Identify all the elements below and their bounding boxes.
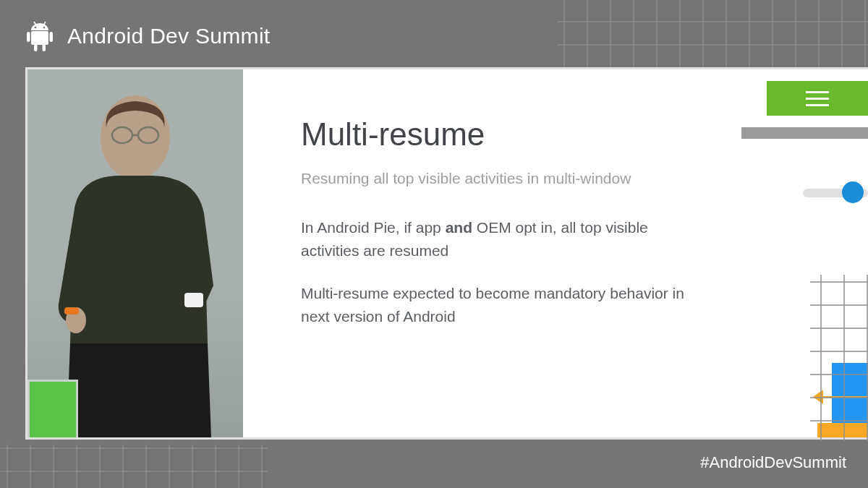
svg-rect-23 <box>50 32 54 42</box>
slide-body-2: Multi-resume expected to become mandator… <box>301 282 706 328</box>
android-logo-icon <box>25 20 54 52</box>
decoration-yellow-block <box>817 423 868 437</box>
arrow-line <box>817 396 868 398</box>
slider-thumb[interactable] <box>842 181 864 203</box>
decoration-gray-bar <box>741 127 868 139</box>
svg-rect-32 <box>184 293 203 307</box>
svg-rect-25 <box>43 44 46 51</box>
event-hashtag: #AndroidDevSummit <box>700 453 846 472</box>
event-title: Android Dev Summit <box>67 24 271 48</box>
svg-point-20 <box>43 27 46 29</box>
arrow-left-icon <box>813 390 823 404</box>
grid-decoration-bottom <box>0 445 268 488</box>
decoration-blue-block <box>832 363 868 424</box>
slide-body-1: In Android Pie, if app and OEM opt in, a… <box>301 216 706 262</box>
svg-rect-22 <box>27 32 30 42</box>
content-area: Multi-resume Resuming all top visible ac… <box>25 67 868 440</box>
header: Android Dev Summit <box>25 20 271 52</box>
speaker-video-panel <box>27 69 243 437</box>
menu-button[interactable] <box>767 81 868 116</box>
slide-title: Multi-resume <box>301 116 723 153</box>
grid-decoration-top <box>557 0 868 69</box>
svg-rect-24 <box>34 44 38 51</box>
hamburger-icon <box>806 91 829 106</box>
stage-decoration-block <box>27 380 78 437</box>
slide-subtitle: Resuming all top visible activities in m… <box>301 170 723 187</box>
svg-point-19 <box>35 27 37 29</box>
svg-rect-21 <box>31 31 48 45</box>
svg-rect-31 <box>64 307 79 314</box>
presentation-slide: Multi-resume Resuming all top visible ac… <box>243 69 868 437</box>
